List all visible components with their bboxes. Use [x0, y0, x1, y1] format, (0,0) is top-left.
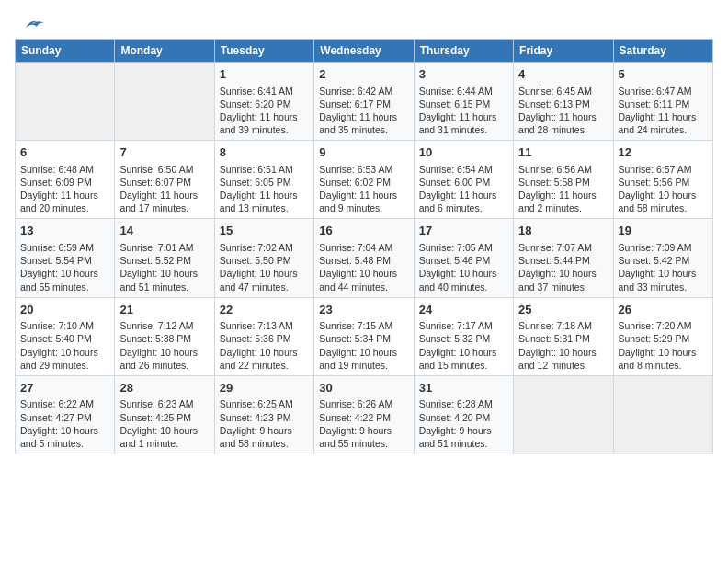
calendar-cell [115, 63, 214, 141]
day-info: Sunrise: 6:54 AM Sunset: 6:00 PM Dayligh… [419, 163, 508, 215]
day-info: Sunrise: 6:22 AM Sunset: 4:27 PM Dayligh… [20, 397, 109, 450]
day-info: Sunrise: 7:20 AM Sunset: 5:29 PM Dayligh… [619, 319, 708, 372]
day-number: 29 [220, 380, 309, 396]
day-number: 28 [119, 380, 209, 396]
day-number: 31 [419, 380, 508, 396]
calendar-cell: 13Sunrise: 6:59 AM Sunset: 5:54 PM Dayli… [16, 219, 115, 297]
calendar-cell: 21Sunrise: 7:12 AM Sunset: 5:38 PM Dayli… [115, 297, 214, 375]
calendar-cell: 19Sunrise: 7:09 AM Sunset: 5:42 PM Dayli… [613, 219, 712, 297]
day-info: Sunrise: 7:02 AM Sunset: 5:50 PM Dayligh… [220, 241, 309, 293]
day-number: 2 [319, 66, 408, 83]
day-number: 14 [119, 223, 209, 239]
calendar-cell: 6Sunrise: 6:48 AM Sunset: 6:09 PM Daylig… [16, 141, 115, 219]
day-info: Sunrise: 6:57 AM Sunset: 5:56 PM Dayligh… [619, 163, 708, 215]
calendar-cell: 15Sunrise: 7:02 AM Sunset: 5:50 PM Dayli… [214, 219, 313, 297]
day-number: 5 [619, 66, 708, 83]
calendar-cell: 3Sunrise: 6:44 AM Sunset: 6:15 PM Daylig… [414, 63, 513, 141]
day-info: Sunrise: 6:48 AM Sunset: 6:09 PM Dayligh… [20, 163, 109, 215]
calendar-cell: 11Sunrise: 6:56 AM Sunset: 5:58 PM Dayli… [514, 141, 613, 219]
day-number: 13 [20, 223, 109, 239]
day-info: Sunrise: 6:44 AM Sunset: 6:15 PM Dayligh… [419, 85, 508, 137]
calendar-cell: 28Sunrise: 6:23 AM Sunset: 4:25 PM Dayli… [115, 375, 214, 454]
day-info: Sunrise: 7:07 AM Sunset: 5:44 PM Dayligh… [518, 241, 608, 293]
day-number: 25 [518, 302, 608, 318]
calendar-cell: 31Sunrise: 6:28 AM Sunset: 4:20 PM Dayli… [414, 375, 513, 454]
day-number: 30 [319, 380, 408, 396]
day-info: Sunrise: 6:51 AM Sunset: 6:05 PM Dayligh… [220, 163, 309, 215]
calendar-cell: 4Sunrise: 6:45 AM Sunset: 6:13 PM Daylig… [514, 63, 613, 141]
calendar-cell: 23Sunrise: 7:15 AM Sunset: 5:34 PM Dayli… [314, 297, 414, 375]
calendar-cell: 10Sunrise: 6:54 AM Sunset: 6:00 PM Dayli… [414, 141, 513, 219]
day-info: Sunrise: 7:15 AM Sunset: 5:34 PM Dayligh… [319, 319, 408, 372]
calendar-cell: 5Sunrise: 6:47 AM Sunset: 6:11 PM Daylig… [613, 63, 712, 141]
col-header-thursday: Thursday [414, 40, 513, 63]
calendar-cell: 16Sunrise: 7:04 AM Sunset: 5:48 PM Dayli… [314, 219, 414, 297]
calendar-cell: 2Sunrise: 6:42 AM Sunset: 6:17 PM Daylig… [314, 63, 414, 141]
logo-bird-icon [18, 15, 46, 35]
day-number: 9 [319, 144, 408, 161]
calendar-cell: 1Sunrise: 6:41 AM Sunset: 6:20 PM Daylig… [214, 63, 313, 141]
calendar-cell: 24Sunrise: 7:17 AM Sunset: 5:32 PM Dayli… [414, 297, 513, 375]
day-number: 1 [220, 66, 309, 83]
day-number: 17 [419, 223, 508, 239]
day-number: 22 [220, 302, 309, 318]
calendar-cell: 7Sunrise: 6:50 AM Sunset: 6:07 PM Daylig… [115, 141, 214, 219]
day-number: 12 [619, 144, 708, 161]
day-number: 7 [119, 144, 209, 161]
day-number: 23 [319, 302, 408, 318]
col-header-saturday: Saturday [613, 40, 712, 63]
day-info: Sunrise: 6:28 AM Sunset: 4:20 PM Dayligh… [419, 397, 508, 450]
day-number: 8 [220, 144, 309, 161]
calendar-table: SundayMondayTuesdayWednesdayThursdayFrid… [15, 39, 713, 454]
calendar-cell [613, 375, 712, 454]
day-number: 4 [518, 66, 608, 83]
calendar-cell: 20Sunrise: 7:10 AM Sunset: 5:40 PM Dayli… [16, 297, 115, 375]
col-header-sunday: Sunday [16, 40, 115, 63]
col-header-monday: Monday [115, 40, 214, 63]
day-number: 19 [619, 223, 708, 239]
day-number: 15 [220, 223, 309, 239]
col-header-tuesday: Tuesday [214, 40, 313, 63]
calendar-cell: 29Sunrise: 6:25 AM Sunset: 4:23 PM Dayli… [214, 375, 313, 454]
day-info: Sunrise: 6:26 AM Sunset: 4:22 PM Dayligh… [319, 397, 408, 450]
day-number: 16 [319, 223, 408, 239]
day-number: 11 [518, 144, 608, 161]
calendar-cell: 9Sunrise: 6:53 AM Sunset: 6:02 PM Daylig… [314, 141, 414, 219]
calendar-cell [16, 63, 115, 141]
day-number: 20 [20, 302, 109, 318]
day-info: Sunrise: 7:18 AM Sunset: 5:31 PM Dayligh… [518, 319, 608, 372]
col-header-friday: Friday [514, 40, 613, 63]
day-info: Sunrise: 6:45 AM Sunset: 6:13 PM Dayligh… [518, 85, 608, 137]
day-info: Sunrise: 6:25 AM Sunset: 4:23 PM Dayligh… [220, 397, 309, 450]
day-number: 27 [20, 380, 109, 396]
calendar-cell: 25Sunrise: 7:18 AM Sunset: 5:31 PM Dayli… [514, 297, 613, 375]
calendar-cell: 8Sunrise: 6:51 AM Sunset: 6:05 PM Daylig… [214, 141, 313, 219]
day-number: 3 [419, 66, 508, 83]
day-info: Sunrise: 6:42 AM Sunset: 6:17 PM Dayligh… [319, 85, 408, 137]
day-number: 10 [419, 144, 508, 161]
day-number: 18 [518, 223, 608, 239]
day-info: Sunrise: 7:05 AM Sunset: 5:46 PM Dayligh… [419, 241, 508, 293]
logo [15, 15, 46, 31]
day-info: Sunrise: 7:10 AM Sunset: 5:40 PM Dayligh… [20, 319, 109, 372]
day-info: Sunrise: 6:41 AM Sunset: 6:20 PM Dayligh… [220, 85, 309, 137]
day-info: Sunrise: 6:59 AM Sunset: 5:54 PM Dayligh… [20, 241, 109, 293]
day-number: 21 [119, 302, 209, 318]
day-info: Sunrise: 6:56 AM Sunset: 5:58 PM Dayligh… [518, 163, 608, 215]
calendar-cell: 17Sunrise: 7:05 AM Sunset: 5:46 PM Dayli… [414, 219, 513, 297]
day-info: Sunrise: 6:53 AM Sunset: 6:02 PM Dayligh… [319, 163, 408, 215]
day-info: Sunrise: 6:23 AM Sunset: 4:25 PM Dayligh… [119, 397, 209, 450]
calendar-cell: 22Sunrise: 7:13 AM Sunset: 5:36 PM Dayli… [214, 297, 313, 375]
day-number: 6 [20, 144, 109, 161]
day-info: Sunrise: 6:50 AM Sunset: 6:07 PM Dayligh… [119, 163, 209, 215]
day-info: Sunrise: 7:17 AM Sunset: 5:32 PM Dayligh… [419, 319, 508, 372]
calendar-cell: 26Sunrise: 7:20 AM Sunset: 5:29 PM Dayli… [613, 297, 712, 375]
calendar-cell: 30Sunrise: 6:26 AM Sunset: 4:22 PM Dayli… [314, 375, 414, 454]
page-header [15, 15, 713, 31]
day-info: Sunrise: 6:47 AM Sunset: 6:11 PM Dayligh… [619, 85, 708, 137]
calendar-cell: 12Sunrise: 6:57 AM Sunset: 5:56 PM Dayli… [613, 141, 712, 219]
calendar-cell: 18Sunrise: 7:07 AM Sunset: 5:44 PM Dayli… [514, 219, 613, 297]
col-header-wednesday: Wednesday [314, 40, 414, 63]
day-info: Sunrise: 7:04 AM Sunset: 5:48 PM Dayligh… [319, 241, 408, 293]
day-info: Sunrise: 7:12 AM Sunset: 5:38 PM Dayligh… [119, 319, 209, 372]
